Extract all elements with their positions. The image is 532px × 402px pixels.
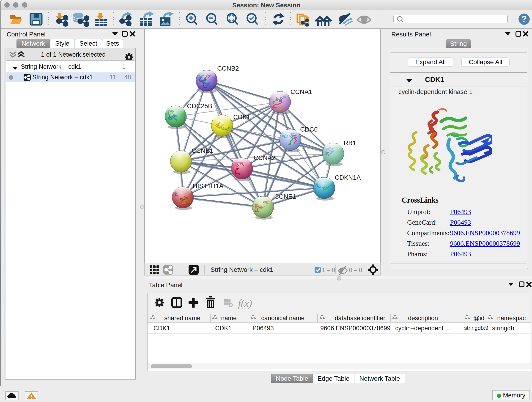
svg-text:9606.ENSP00000378699: 9606.ENSP00000378699	[320, 325, 390, 332]
svg-text:shared name: shared name	[164, 315, 201, 322]
svg-text:stringdb:9...: stringdb:9...	[464, 325, 493, 331]
svg-text:CCNA2: CCNA2	[254, 154, 275, 161]
svg-text:RB1: RB1	[344, 139, 356, 147]
svg-text:1 – 0: 1 – 0	[322, 267, 335, 274]
svg-text:canonical name: canonical name	[261, 315, 304, 322]
svg-text:namespac: namespac	[497, 315, 526, 322]
svg-text:String Network – cdk1: String Network – cdk1	[210, 266, 273, 273]
svg-text:CCNB2: CCNB2	[217, 65, 239, 72]
svg-text:CCNE1: CCNE1	[274, 193, 296, 200]
svg-text:CCNB1: CCNB1	[191, 147, 213, 154]
svg-text:description: description	[408, 315, 438, 322]
svg-text:0 – 0: 0 – 0	[349, 267, 362, 274]
svg-text:f(x): f(x)	[238, 298, 252, 309]
svg-text:CDK1: CDK1	[215, 325, 232, 332]
svg-text:CCNA1: CCNA1	[291, 88, 312, 95]
svg-text:stringdb: stringdb	[492, 325, 514, 332]
svg-text:CDC25B: CDC25B	[187, 102, 212, 109]
svg-text:HIST1H1A: HIST1H1A	[193, 182, 223, 190]
svg-text:CDK1: CDK1	[153, 325, 170, 332]
svg-text:CDK1: CDK1	[233, 114, 250, 121]
svg-text:CDC6: CDC6	[300, 126, 317, 133]
svg-text:CDKN1A: CDKN1A	[335, 174, 361, 181]
svg-text:database identifier: database identifier	[335, 315, 385, 322]
svg-text:@id: @id	[473, 315, 484, 322]
svg-text:name: name	[221, 315, 237, 322]
svg-text:P06493: P06493	[253, 325, 274, 332]
svg-text:cyclin–dependent ...: cyclin–dependent ...	[395, 325, 450, 332]
